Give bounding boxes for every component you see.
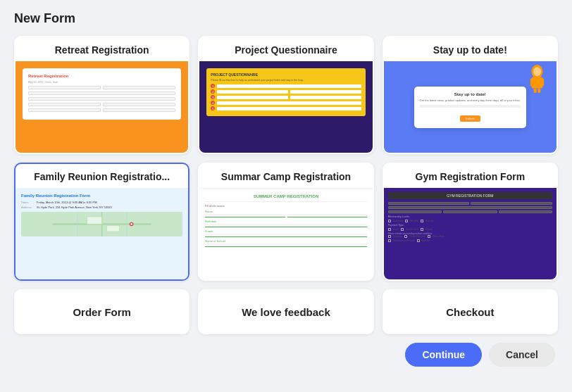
- footer-buttons: Continue Cancel: [14, 343, 558, 367]
- card-label-feedback: We love feedback: [199, 291, 372, 333]
- card-label-sud: Stay up to date!: [384, 37, 557, 61]
- card-preview-gym: GYM REGISTRATION FORM Membership: [384, 188, 557, 279]
- card-label-gym: Gym Registration Form: [384, 164, 557, 188]
- page-title: New Form: [14, 11, 558, 26]
- cancel-button[interactable]: Cancel: [489, 343, 555, 367]
- card-family-reunion[interactable]: Family Reunion Registratio... Family Reu…: [14, 163, 189, 281]
- card-project-questionnaire[interactable]: Project Questionnaire PROJECT QUESTIONNA…: [198, 36, 373, 154]
- svg-point-15: [130, 223, 132, 225]
- card-grid-row2: Family Reunion Registratio... Family Reu…: [14, 163, 558, 281]
- svg-rect-5: [534, 89, 537, 93]
- card-grid-row3: Order Form We love feedback Checkout: [14, 289, 558, 334]
- continue-button[interactable]: Continue: [405, 343, 482, 367]
- svg-point-2: [533, 67, 541, 76]
- card-checkout[interactable]: Checkout: [383, 289, 558, 334]
- card-preview-pq: PROJECT QUESTIONNAIRE Please fill out th…: [199, 61, 372, 153]
- card-label-sc: Summar Camp Registration: [199, 164, 372, 188]
- card-grid-row1: Retreat Registration Retreat Registratio…: [14, 36, 558, 154]
- card-stay-up-to-date[interactable]: Stay up to date! Stay up to date! Get th…: [383, 36, 558, 154]
- card-label-checkout: Checkout: [384, 291, 557, 333]
- svg-rect-3: [530, 78, 533, 86]
- card-we-love-feedback[interactable]: We love feedback: [198, 289, 373, 334]
- page-container: New Form Retreat Registration Retreat Re…: [0, 0, 572, 392]
- svg-rect-1: [531, 77, 542, 89]
- card-preview-fr: Family Reunion Registration Form Dates F…: [15, 188, 188, 279]
- svg-rect-12: [87, 217, 102, 225]
- card-order-form[interactable]: Order Form: [14, 289, 189, 334]
- card-preview-sc: SUMMER CAMP REGISTRATION Fill all info s…: [199, 188, 372, 279]
- card-preview-sud: Stay up to date! Get the latest news, pr…: [384, 61, 557, 153]
- map-roads-svg: [21, 212, 182, 236]
- card-label-fr: Family Reunion Registratio...: [15, 164, 188, 188]
- card-gym-registration[interactable]: Gym Registration Form GYM REGISTRATION F…: [383, 163, 558, 281]
- character-illustration: [525, 65, 549, 93]
- svg-rect-4: [541, 78, 544, 86]
- card-summer-camp[interactable]: Summar Camp Registration SUMMER CAMP REG…: [198, 163, 373, 281]
- card-label-retreat: Retreat Registration: [15, 37, 188, 61]
- svg-rect-13: [107, 226, 120, 232]
- card-retreat-registration[interactable]: Retreat Registration Retreat Registratio…: [14, 36, 189, 154]
- mini-title: Retreat Registration: [28, 74, 175, 78]
- card-preview-retreat: Retreat Registration May 10, 2023 | Orem…: [15, 61, 188, 153]
- card-label-pq: Project Questionnaire: [199, 37, 372, 61]
- svg-rect-6: [537, 89, 540, 93]
- card-label-order: Order Form: [15, 291, 188, 333]
